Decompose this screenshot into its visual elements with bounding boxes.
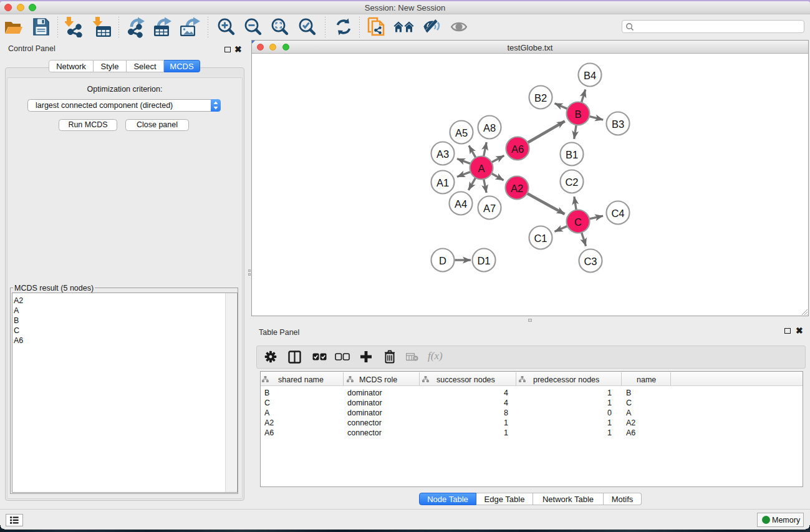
svg-text:A8: A8 — [483, 122, 496, 133]
svg-text:D1: D1 — [477, 255, 490, 266]
svg-text:A3: A3 — [436, 148, 449, 160]
svg-text:B1: B1 — [566, 149, 578, 160]
svg-text:A4: A4 — [455, 198, 467, 210]
svg-text:B4: B4 — [584, 70, 596, 81]
svg-text:A2: A2 — [511, 183, 523, 194]
svg-text:D: D — [439, 255, 446, 266]
svg-text:A7: A7 — [483, 203, 496, 214]
svg-text:C1: C1 — [534, 233, 547, 244]
svg-text:C4: C4 — [611, 208, 624, 219]
svg-text:A5: A5 — [455, 127, 468, 138]
svg-text:A6: A6 — [511, 143, 524, 155]
svg-text:B2: B2 — [534, 92, 547, 104]
svg-text:A: A — [478, 163, 485, 174]
svg-text:C3: C3 — [584, 256, 597, 267]
svg-text:C2: C2 — [565, 177, 578, 188]
svg-text:A1: A1 — [436, 177, 449, 188]
svg-text:B3: B3 — [612, 118, 624, 130]
svg-text:B: B — [574, 109, 581, 120]
svg-text:C: C — [574, 216, 582, 228]
